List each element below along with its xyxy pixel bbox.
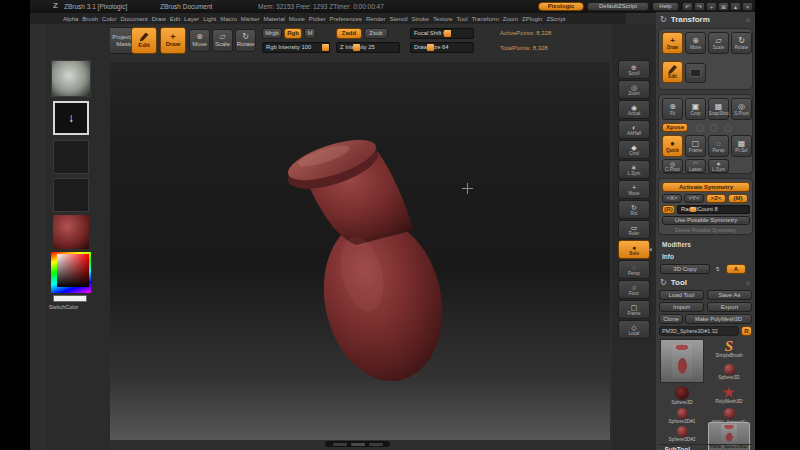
make-polymesh3d-button[interactable]: Make PolyMesh3D (685, 314, 752, 324)
menu-item[interactable]: ZScript (546, 16, 565, 22)
current-tool-preview[interactable] (660, 339, 704, 383)
window-control-button[interactable]: ↶ (682, 2, 693, 11)
transform-palette-header[interactable]: ↻ Transform ☼ (656, 12, 755, 26)
copy-3d-a-button[interactable]: A (726, 264, 746, 274)
transform-option-button[interactable]: ◠ Lasso (685, 159, 706, 173)
menu-item[interactable]: Macro (220, 16, 237, 22)
stroke-thumbnail[interactable]: ↓ (53, 101, 89, 135)
xpose-button[interactable]: Xpose (662, 123, 688, 132)
menu-item[interactable]: Material (263, 16, 284, 22)
transform-option-button[interactable]: ◎ C.Pivot (662, 159, 683, 173)
symmetry-x-button[interactable]: >X< (662, 194, 682, 203)
menu-item[interactable]: Edit (170, 16, 180, 22)
transform-option-button[interactable]: ▦ SnapShot (708, 98, 729, 120)
menu-item[interactable]: Preferences (330, 16, 362, 22)
transform-move-button[interactable]: ⊕ Move (685, 32, 706, 54)
right-shelf-button[interactable]: ◐ AAHalf (618, 120, 650, 139)
transform-option-button[interactable]: ◎ S.Pivot (731, 98, 752, 120)
symmetry-r-button[interactable]: (R) (662, 205, 675, 214)
tool-item-sphere3d-1[interactable]: Sphere3D#1 (660, 408, 704, 425)
rgb-intensity-slider[interactable]: Rgb Intensity 100 (262, 42, 330, 53)
menu-item[interactable]: Picker (309, 16, 326, 22)
rgb-intensity-handle[interactable] (322, 44, 329, 51)
menu-item[interactable]: Zoom (503, 16, 518, 22)
scale-mode-button[interactable]: ▱ Scale (212, 29, 233, 52)
transform-option-button[interactable]: ▢ Frame (685, 135, 706, 157)
transform-option-button[interactable]: ◌ Persp (708, 135, 729, 157)
copy-3d-button[interactable]: 3D Copy (660, 264, 710, 274)
save-as-button[interactable]: Save As (707, 290, 752, 300)
focal-shift-handle[interactable] (444, 30, 451, 37)
transform-option-button[interactable]: ⊕ Fit (662, 98, 683, 120)
symmetry-y-button[interactable]: >Y< (684, 194, 704, 203)
transform-rotate-button[interactable]: ↻ Rotate (731, 32, 752, 54)
load-tool-button[interactable]: Load Tool (659, 290, 704, 300)
m-button[interactable]: M (304, 28, 316, 39)
modifiers-section-label[interactable]: Modifiers (662, 241, 691, 248)
menu-item[interactable]: Alpha (63, 16, 78, 22)
right-shelf-button[interactable]: ◎ Zoom (618, 80, 650, 99)
document-canvas[interactable] (110, 62, 610, 440)
menu-item[interactable]: Transform (472, 16, 499, 22)
material-thumbnail[interactable] (53, 215, 89, 249)
tool-item-sphere3d-2[interactable]: Sphere3D#2 (660, 426, 704, 443)
rotate-mode-button[interactable]: ↻ Rotate (235, 29, 256, 52)
switch-color-label[interactable]: SwitchColor (49, 304, 78, 310)
transform-scale-button[interactable]: ▱ Scale (708, 32, 729, 54)
gear-icon[interactable]: ☼ (745, 16, 751, 23)
menu-item[interactable]: Color (102, 16, 116, 22)
menu-item[interactable]: Stencil (390, 16, 408, 22)
gear-icon[interactable]: ☼ (745, 279, 751, 286)
right-shelf-button[interactable]: ◉ Actual (618, 100, 650, 119)
document-scrollbar[interactable] (325, 441, 390, 447)
menu-item[interactable]: Marker (241, 16, 260, 22)
right-shelf-button[interactable]: ● Solo (618, 240, 650, 259)
transform-option-button[interactable]: ▣ Crop (685, 98, 706, 120)
snapshot-camera-button[interactable] (685, 63, 706, 83)
brush-thumbnail[interactable] (51, 60, 91, 97)
menu-item[interactable]: Brush (82, 16, 98, 22)
info-section-label[interactable]: Info (662, 253, 674, 260)
menu-item[interactable]: Draw (152, 16, 166, 22)
secondary-color-swatch[interactable] (53, 295, 87, 302)
tool-palette-header[interactable]: ↻ Tool ☼ (656, 275, 755, 289)
tool-item-simplebrush[interactable]: S SimpleBrush (708, 339, 750, 359)
tool-r-button[interactable]: R (741, 326, 752, 336)
zsub-button[interactable]: Zsub (364, 28, 388, 39)
right-shelf-button[interactable]: ▢ Frame (618, 300, 650, 319)
right-shelf-button[interactable]: ◌ Persp (618, 260, 650, 279)
tool-item-polymesh3d[interactable]: PolyMesh3D (708, 386, 750, 405)
menu-item[interactable]: Movie (289, 16, 305, 22)
menu-item[interactable]: Texture (433, 16, 453, 22)
subtool-section-header[interactable]: ▸ SubTool (660, 446, 690, 450)
menu-item[interactable]: ZPlugin (522, 16, 542, 22)
right-shelf-button[interactable]: ◆ Cmd (618, 140, 650, 159)
color-saturation-square[interactable] (57, 254, 89, 287)
move-mode-button[interactable]: ⊕ Move (189, 29, 210, 52)
z-intensity-slider[interactable]: Z Intensity 25 (336, 42, 400, 53)
right-shelf-button[interactable]: ↻ Rot (618, 200, 650, 219)
menu-item[interactable]: Tool (457, 16, 468, 22)
use-posable-symmetry-button[interactable]: Use Posable Symmetry (662, 216, 750, 225)
current-tool-name-field[interactable]: PM3D_Sphere3D#1.32 (659, 326, 739, 336)
right-shelf-button[interactable]: ▭ Ruler (618, 220, 650, 239)
pixologic-button[interactable]: Pixologic (538, 2, 584, 11)
alpha-thumbnail[interactable] (53, 140, 89, 174)
window-control-button[interactable]: × (742, 2, 753, 11)
right-shelf-button[interactable]: + Move (618, 180, 650, 199)
draw-mode-button[interactable]: + Draw (160, 27, 186, 54)
transform-option-button[interactable]: ● Quick (662, 135, 683, 157)
rgb-button[interactable]: Rgb (284, 28, 302, 39)
draw-size-handle[interactable] (427, 44, 434, 51)
menu-item[interactable]: Render (366, 16, 386, 22)
window-control-button[interactable]: ▴ (730, 2, 741, 11)
transform-edit-button[interactable]: Edit (662, 61, 683, 83)
transform-option-button[interactable]: ∗ L.Sym (708, 159, 729, 173)
window-control-button[interactable]: + (706, 2, 717, 11)
z-intensity-handle[interactable] (353, 44, 360, 51)
focal-shift-slider[interactable]: Focal Shift 6 (410, 28, 474, 39)
window-control-button[interactable]: ↷ (694, 2, 705, 11)
transform-draw-button[interactable]: + Draw (662, 32, 683, 54)
tool-item-pm3d-sphere3d-1-selected[interactable]: PM3D_Sphere3D#1 (708, 422, 750, 450)
radial-count-slider[interactable]: RadialCount 8 (677, 205, 750, 214)
